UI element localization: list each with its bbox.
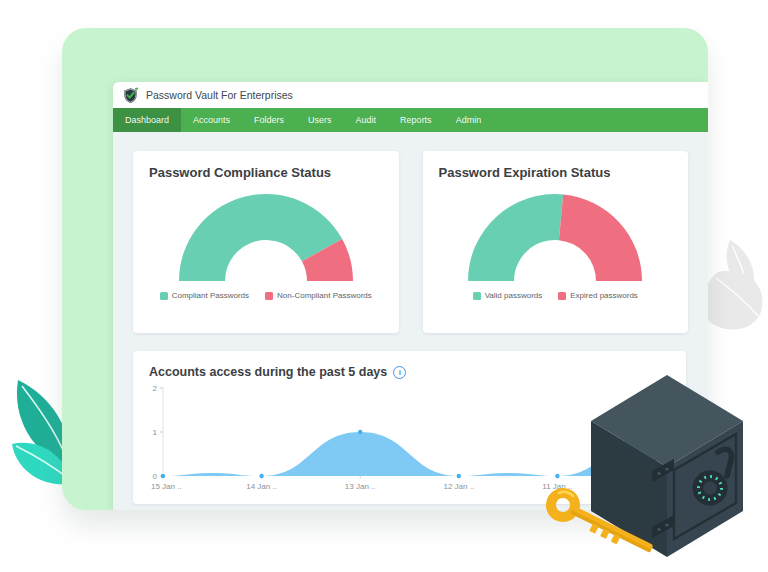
compliance-card: Password Compliance Status Compliant Pas…: [133, 151, 399, 333]
legend-item: Non-Compliant Passwords: [265, 291, 372, 300]
info-icon[interactable]: i: [393, 366, 406, 379]
chart-legend: Valid passwords Expired passwords: [439, 291, 673, 300]
card-title: Password Compliance Status: [149, 165, 383, 180]
legend-swatch: [473, 292, 481, 300]
chart-legend: Compliant Passwords Non-Compliant Passwo…: [149, 291, 383, 300]
expiration-donut-chart: [455, 184, 655, 286]
tab-dashboard[interactable]: Dashboard: [113, 108, 181, 132]
compliance-donut-chart: [166, 184, 366, 286]
legend-item: Compliant Passwords: [160, 291, 249, 300]
svg-text:1: 1: [153, 428, 158, 437]
window-titlebar: Password Vault For Enterprises: [113, 82, 708, 108]
card-title: Accounts access during the past 5 days: [149, 365, 387, 379]
tab-folders[interactable]: Folders: [242, 108, 296, 132]
page: Password Vault For Enterprises Dashboard…: [0, 0, 768, 572]
svg-text:13 Jan ..: 13 Jan ..: [345, 482, 376, 491]
card-title: Password Expiration Status: [439, 165, 673, 180]
key-illustration: [534, 484, 674, 566]
legend-item: Expired passwords: [558, 291, 638, 300]
legend-label: Compliant Passwords: [172, 291, 249, 300]
legend-swatch: [265, 292, 273, 300]
legend-label: Expired passwords: [570, 291, 638, 300]
svg-text:0: 0: [153, 472, 158, 481]
svg-text:12 Jan ..: 12 Jan ..: [443, 482, 474, 491]
main-navbar: Dashboard Accounts Folders Users Audit R…: [113, 108, 708, 132]
svg-text:14 Jan ..: 14 Jan ..: [246, 482, 277, 491]
legend-swatch: [558, 292, 566, 300]
svg-text:15 Jan ..: 15 Jan ..: [151, 482, 182, 491]
tab-admin[interactable]: Admin: [444, 108, 494, 132]
legend-label: Valid passwords: [485, 291, 543, 300]
svg-text:2: 2: [153, 384, 158, 393]
app-title: Password Vault For Enterprises: [146, 89, 293, 101]
tab-users[interactable]: Users: [296, 108, 344, 132]
legend-item: Valid passwords: [473, 291, 543, 300]
legend-swatch: [160, 292, 168, 300]
legend-label: Non-Compliant Passwords: [277, 291, 372, 300]
tab-reports[interactable]: Reports: [388, 108, 444, 132]
expiration-card: Password Expiration Status Valid passwor…: [423, 151, 689, 333]
tab-accounts[interactable]: Accounts: [181, 108, 242, 132]
shield-logo-icon: [122, 87, 139, 104]
tab-audit[interactable]: Audit: [344, 108, 389, 132]
